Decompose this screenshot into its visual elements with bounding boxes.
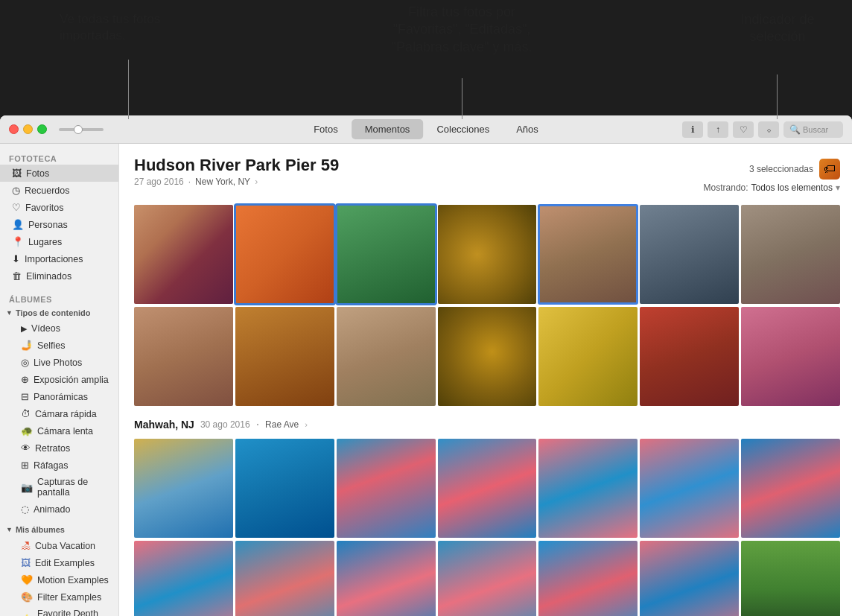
sidebar-item-exposicion-amplia[interactable]: ⊕ Exposición amplia [0,371,118,388]
sidebar-item-selfies[interactable]: 🤳 Selfies [0,337,118,354]
moment1-header: Hudson River Park Pier 59 27 ago 2016 · … [134,156,348,187]
live-photos-icon: ◎ [21,357,29,368]
rafagas-icon: ⊞ [21,460,29,471]
lugares-icon: 📍 [12,236,24,247]
sidebar-item-filter-examples[interactable]: 🎨 Filter Examples [0,588,118,606]
callout-selection: Indicador de selección [725,11,830,46]
sidebar-item-edit-examples[interactable]: 🖼 Edit Examples [0,554,118,571]
tab-fotos[interactable]: Fotos [300,119,352,139]
eliminados-icon: 🗑 [12,270,22,282]
photo-cell[interactable] [235,307,334,406]
photo-cell[interactable] [134,439,233,538]
photo-cell[interactable] [640,541,739,616]
photo-cell[interactable] [337,205,436,304]
add-button[interactable]: ⬦ [758,121,779,138]
filter-value[interactable]: Todos los elementos [751,182,833,193]
animado-icon: ◌ [21,504,29,515]
photo-cell[interactable] [438,205,537,304]
sticker-button[interactable]: 🏷 [819,159,840,180]
recuerdos-icon: ◷ [12,185,20,196]
titlebar: Fotos Momentos Colecciones Años ℹ ↑ ♡ ⬦ … [0,115,852,144]
sidebar-item-live-photos[interactable]: ◎ Live Photos [0,354,118,371]
photo-cell[interactable] [134,541,233,616]
photo-cell[interactable] [337,307,436,406]
filter-label: Mostrando: [704,182,748,193]
photo-cell[interactable] [438,307,537,406]
retratos-icon: 👁 [21,442,31,454]
callout-import: Ve todas tus fotos importadas. [60,11,209,44]
content-area: Fototeca 🖼 Fotos ◷ Recuerdos ♡ Favoritos… [0,144,852,616]
sidebar-item-lugares[interactable]: 📍 Lugares [0,233,118,250]
favoritos-icon: ♡ [12,202,21,213]
personas-icon: 👤 [12,219,24,230]
photo-cell[interactable] [235,541,334,616]
info-button[interactable]: ℹ [682,121,703,138]
photo-cell[interactable] [337,541,436,616]
photo-cell[interactable] [538,205,638,304]
moment1-date: 27 ago 2016 [134,177,184,187]
photo-cell[interactable] [538,439,638,538]
triangle-icon: ▼ [6,309,13,317]
camara-rapida-icon: ⏱ [21,408,31,419]
main-window: Fotos Momentos Colecciones Años ℹ ↑ ♡ ⬦ … [0,115,852,616]
minimize-button[interactable] [23,124,33,134]
moment2-street[interactable]: Rae Ave [265,419,299,430]
sidebar-item-retratos[interactable]: 👁 Retratos [0,439,118,457]
photo-cell[interactable] [640,439,739,538]
photo-grid-moment1 [134,205,840,304]
photo-cell[interactable] [741,439,840,538]
photo-cell[interactable] [235,439,334,538]
photo-cell[interactable] [438,541,537,616]
photo-cell[interactable] [538,541,638,616]
sidebar-item-capturas[interactable]: 📷 Capturas de pantalla [0,474,118,501]
tab-colecciones[interactable]: Colecciones [423,119,503,139]
sidebar-item-importaciones[interactable]: ⬇ Importaciones [0,250,118,267]
capturas-icon: 📷 [21,482,33,493]
sidebar-item-motion-examples[interactable]: 🧡 Motion Examples [0,571,118,588]
photo-cell[interactable] [741,541,840,616]
share-button[interactable]: ↑ [708,121,728,138]
favorite-depth-icon: ⭐ [21,614,33,617]
tab-momentos[interactable]: Momentos [352,119,424,139]
photo-cell[interactable] [134,205,233,304]
sidebar-item-fotos[interactable]: 🖼 Fotos [0,165,118,182]
sidebar-item-eliminados[interactable]: 🗑 Eliminados [0,267,118,285]
photo-cell[interactable] [538,307,638,406]
sidebar-item-favoritos[interactable]: ♡ Favoritos [0,199,118,216]
photo-cell[interactable] [337,439,436,538]
my-albums-toggle[interactable]: ▼ Mis álbumes [0,522,118,537]
my-albums-triangle-icon: ▼ [6,526,13,533]
toolbar-right: ℹ ↑ ♡ ⬦ 🔍 Buscar [682,121,843,138]
sidebar-item-recuerdos[interactable]: ◷ Recuerdos [0,182,118,199]
moment2-header: Mahwah, NJ 30 ago 2016 · Rae Ave › [134,418,840,431]
sidebar-item-camara-rapida[interactable]: ⏱ Cámara rápida [0,405,118,422]
photo-grid-moment2-row1 [134,439,840,538]
sidebar-item-camara-lenta[interactable]: 🐢 Cámara lenta [0,422,118,439]
sidebar-item-favorite-depth[interactable]: ⭐ Favorite Depth Phot... [0,606,118,616]
photo-cell[interactable] [741,307,840,406]
photo-cell[interactable] [640,307,739,406]
photo-cell[interactable] [235,205,334,304]
moment1-location[interactable]: New York, NY [195,177,250,187]
close-button[interactable] [9,124,19,134]
sidebar-item-panoramicas[interactable]: ⊟ Panorámicas [0,388,118,405]
tab-anos[interactable]: Años [503,119,552,139]
maximize-button[interactable] [37,124,47,134]
filter-examples-icon: 🎨 [21,591,33,603]
photo-cell[interactable] [741,205,840,304]
photo-cell[interactable] [640,205,739,304]
content-types-toggle[interactable]: ▼ Tipos de contenido [0,305,118,320]
moment2-location[interactable]: Mahwah, NJ [134,419,194,431]
photo-cell[interactable] [438,439,537,538]
sidebar-item-personas[interactable]: 👤 Personas [0,216,118,233]
selection-count: 3 seleccionadas [749,164,813,174]
photo-cell[interactable] [134,307,233,406]
sidebar-item-cuba-vacation[interactable]: 🏖 Cuba Vacation [0,537,118,554]
importaciones-icon: ⬇ [12,253,20,264]
sidebar-item-rafagas[interactable]: ⊞ Ráfagas [0,457,118,474]
favorite-button[interactable]: ♡ [733,121,754,138]
sidebar-item-animado[interactable]: ◌ Animado [0,501,118,518]
search-box[interactable]: 🔍 Buscar [783,121,843,138]
zoom-slider[interactable] [59,128,104,131]
sidebar-item-videos[interactable]: ▶ Vídeos [0,320,118,337]
